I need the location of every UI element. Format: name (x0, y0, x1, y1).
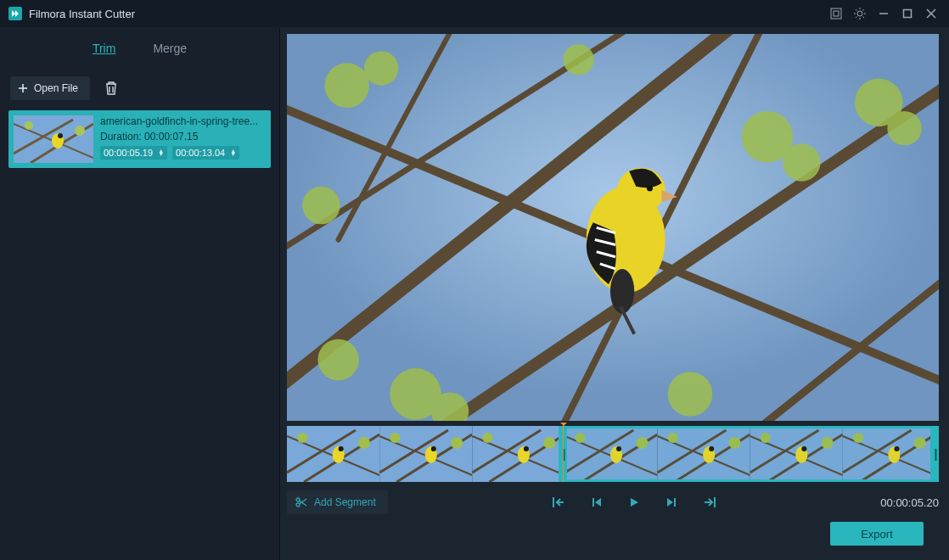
tab-merge[interactable]: Merge (153, 42, 187, 57)
svg-line-10 (856, 17, 857, 19)
out-timecode[interactable]: 00:00:13.04▲▼ (172, 146, 239, 160)
titlebar: Filmora Instant Cutter (0, 0, 949, 27)
clip-item[interactable]: american-goldfinch-in-spring-tree... Dur… (8, 110, 271, 168)
set-out-button[interactable] (703, 496, 716, 508)
svg-point-45 (563, 44, 593, 75)
theme-toggle-icon[interactable] (851, 4, 869, 23)
open-file-button[interactable]: Open File (10, 76, 90, 100)
stepper-icon[interactable]: ▲▼ (158, 149, 164, 156)
maximize-icon[interactable] (898, 4, 917, 23)
play-button[interactable] (628, 496, 640, 508)
svg-line-9 (863, 17, 865, 19)
svg-point-24 (25, 121, 33, 130)
svg-point-34 (324, 63, 369, 108)
sidebar: Trim Merge Open File american-goldfinch-… (0, 27, 280, 560)
app-title: Filmora Instant Cutter (29, 8, 135, 20)
svg-point-57 (297, 433, 307, 443)
svg-point-58 (358, 437, 370, 449)
svg-point-42 (317, 339, 359, 381)
svg-line-11 (863, 9, 865, 11)
tab-trim[interactable]: Trim (93, 42, 115, 57)
svg-point-44 (302, 187, 340, 224)
svg-point-39 (887, 111, 921, 145)
export-button[interactable]: Export (830, 522, 924, 546)
svg-rect-1 (831, 8, 841, 19)
video-preview[interactable] (287, 34, 939, 421)
svg-point-56 (339, 446, 344, 451)
minimize-icon[interactable] (874, 4, 893, 23)
current-time: 00:00:05.20 (880, 496, 939, 509)
svg-rect-13 (904, 10, 912, 18)
delete-button[interactable] (98, 76, 124, 100)
selection-range[interactable]: || || (559, 426, 939, 482)
add-segment-button[interactable]: Add Segment (287, 490, 388, 514)
svg-line-8 (856, 9, 857, 11)
in-timecode[interactable]: 00:00:05.19▲▼ (100, 146, 167, 160)
plus-icon (19, 84, 27, 92)
svg-point-23 (58, 133, 63, 138)
clip-duration: Duration: 00:00:07.15 (100, 131, 266, 143)
svg-point-35 (364, 51, 398, 85)
clip-thumbnail (14, 115, 93, 163)
app-logo-icon (8, 7, 22, 20)
add-segment-label: Add Segment (314, 496, 376, 508)
open-file-label: Open File (34, 82, 78, 94)
content-area: || || Add Segment 00:00:05.20 Export (280, 27, 949, 560)
svg-point-43 (668, 372, 713, 417)
svg-point-49 (647, 185, 653, 191)
svg-point-37 (783, 143, 820, 181)
svg-point-25 (75, 126, 85, 136)
timeline[interactable]: || || (287, 426, 939, 482)
scissors-icon (295, 496, 307, 508)
close-icon[interactable] (922, 4, 941, 23)
svg-point-3 (857, 11, 862, 16)
settings-icon[interactable] (827, 4, 845, 23)
selection-handle-right[interactable]: || (930, 428, 939, 479)
prev-frame-button[interactable] (591, 496, 603, 508)
clip-title: american-goldfinch-in-spring-tree... (100, 115, 261, 127)
next-frame-button[interactable] (665, 496, 677, 508)
stepper-icon[interactable]: ▲▼ (230, 149, 236, 156)
set-in-button[interactable] (552, 496, 565, 508)
svg-rect-2 (834, 11, 839, 16)
